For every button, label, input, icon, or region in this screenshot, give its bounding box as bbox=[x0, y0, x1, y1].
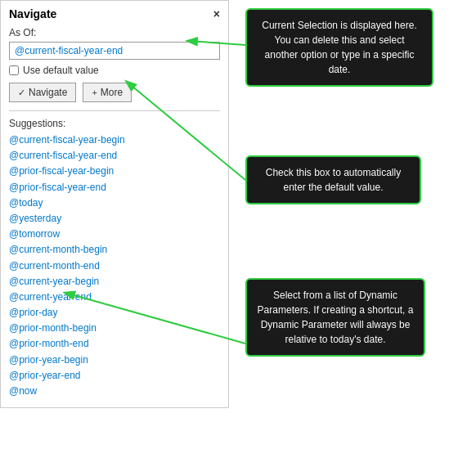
plus-icon: + bbox=[92, 88, 97, 97]
suggestion-item-0[interactable]: @current-fiscal-year-begin bbox=[9, 132, 220, 148]
suggestions-list: @current-fiscal-year-begin@current-fisca… bbox=[9, 132, 220, 399]
suggestion-item-6[interactable]: @tomorrow bbox=[9, 227, 220, 242]
suggestion-item-1[interactable]: @current-fiscal-year-end bbox=[9, 148, 220, 164]
navigate-button-label: Navigate bbox=[29, 87, 67, 98]
default-value-label: Use default value bbox=[23, 65, 99, 76]
more-button[interactable]: + More bbox=[83, 83, 132, 102]
tooltip-3: Select from a list of Dynamic Parameters… bbox=[245, 278, 425, 357]
suggestion-item-15[interactable]: @prior-year-end bbox=[9, 368, 220, 384]
tooltip-2-text: Check this box to automatically enter th… bbox=[266, 167, 401, 193]
suggestion-item-4[interactable]: @today bbox=[9, 195, 220, 211]
as-of-input[interactable] bbox=[9, 42, 220, 60]
suggestion-item-3[interactable]: @prior-fiscal-year-end bbox=[9, 180, 220, 195]
suggestion-item-10[interactable]: @current-year-end bbox=[9, 290, 220, 305]
tooltip-1: Current Selection is displayed here. You… bbox=[245, 8, 433, 87]
panel-header: Navigate × bbox=[9, 7, 220, 20]
suggestion-item-8[interactable]: @current-month-end bbox=[9, 258, 220, 274]
tooltip-1-text: Current Selection is displayed here. You… bbox=[262, 20, 416, 75]
suggestion-item-13[interactable]: @prior-month-end bbox=[9, 336, 220, 352]
tooltip-3-text: Select from a list of Dynamic Parameters… bbox=[258, 290, 414, 345]
suggestion-item-16[interactable]: @now bbox=[9, 384, 220, 399]
as-of-label: As Of: bbox=[9, 27, 220, 38]
panel-title: Navigate bbox=[9, 7, 56, 20]
suggestion-item-5[interactable]: @yesterday bbox=[9, 211, 220, 227]
tooltip-2: Check this box to automatically enter th… bbox=[245, 155, 421, 204]
navigate-panel: Navigate × As Of: Use default value ✓ Na… bbox=[0, 0, 229, 408]
suggestion-item-14[interactable]: @prior-year-begin bbox=[9, 353, 220, 368]
suggestion-item-12[interactable]: @prior-month-begin bbox=[9, 321, 220, 336]
suggestion-item-11[interactable]: @prior-day bbox=[9, 305, 220, 321]
divider bbox=[9, 110, 220, 111]
default-value-row: Use default value bbox=[9, 65, 220, 76]
default-value-checkbox[interactable] bbox=[9, 65, 19, 75]
suggestion-item-9[interactable]: @current-year-begin bbox=[9, 274, 220, 290]
navigate-button[interactable]: ✓ Navigate bbox=[9, 83, 76, 102]
navigate-icon: ✓ bbox=[18, 88, 25, 98]
suggestion-item-2[interactable]: @prior-fiscal-year-begin bbox=[9, 164, 220, 179]
action-buttons: ✓ Navigate + More bbox=[9, 83, 220, 102]
suggestion-item-7[interactable]: @current-month-begin bbox=[9, 242, 220, 258]
suggestions-label: Suggestions: bbox=[9, 118, 220, 129]
close-button[interactable]: × bbox=[213, 7, 220, 20]
more-button-label: More bbox=[101, 87, 123, 98]
